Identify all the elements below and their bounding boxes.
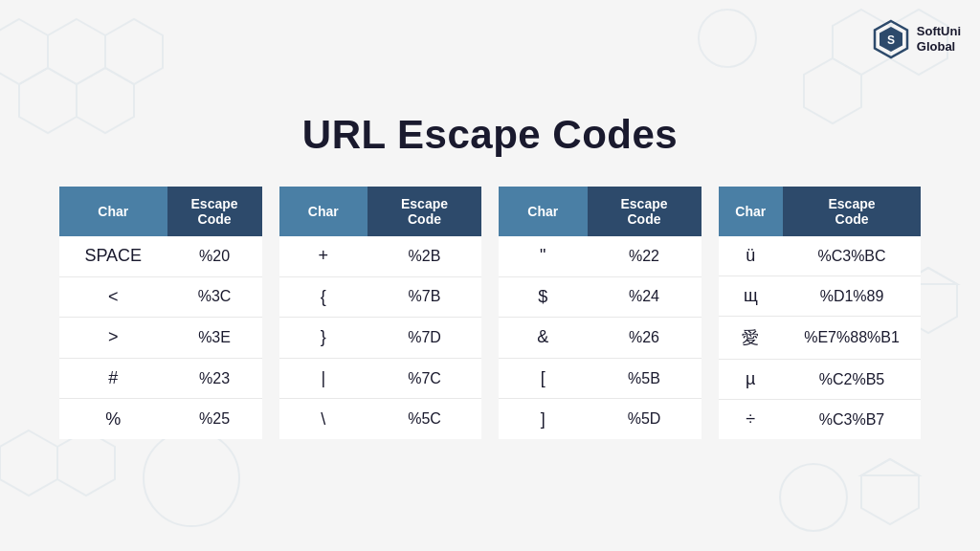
char-cell: <	[59, 276, 167, 318]
column-header-char: Char	[499, 187, 588, 236]
escape-code-cell: %23	[167, 358, 262, 399]
svg-marker-0	[48, 19, 105, 84]
char-cell: щ	[719, 276, 784, 317]
char-cell: ]	[499, 399, 588, 439]
escape-code-cell: %5B	[588, 358, 702, 399]
table-row: "%22	[499, 236, 702, 276]
column-header-escape-code: EscapeCode	[783, 187, 921, 236]
table-row: SPACE%20	[59, 236, 262, 276]
table-row: >%3E	[59, 318, 262, 359]
table-row: 愛%E7%88%B1	[719, 317, 922, 360]
table-row: %%25	[59, 399, 262, 439]
escape-code-cell: %3E	[167, 318, 262, 359]
escape-code-cell: %2B	[368, 236, 481, 276]
char-cell: ü	[719, 236, 784, 276]
main-container: URL Escape Codes CharEscapeCodeSPACE%20<…	[31, 93, 949, 458]
svg-marker-1	[105, 19, 163, 84]
column-header-char: Char	[279, 187, 368, 236]
char-cell: >	[59, 318, 167, 359]
char-cell: "	[499, 236, 588, 276]
svg-point-15	[780, 464, 847, 531]
escape-code-cell: %7B	[368, 276, 481, 318]
char-cell: \	[279, 399, 368, 439]
logo: S SoftUni Global	[871, 19, 961, 59]
char-cell: [	[499, 358, 588, 399]
table-row: \%5C	[279, 399, 482, 439]
table-row: ]%5D	[499, 399, 702, 439]
table-row: |%7C	[279, 358, 482, 399]
escape-code-cell: %26	[588, 318, 702, 359]
char-cell: {	[279, 276, 368, 318]
escape-code-cell: %20	[167, 236, 262, 276]
table-row: $%24	[499, 276, 702, 318]
char-cell: }	[279, 318, 368, 359]
table-row: <%3C	[59, 276, 262, 318]
escape-table-4: CharEscapeCodeü%C3%BCщ%D1%89愛%E7%88%B1µ%…	[719, 187, 922, 439]
tables-row: CharEscapeCodeSPACE%20<%3C>%3E#%23%%25Ch…	[59, 187, 921, 439]
char-cell: |	[279, 358, 368, 399]
char-cell: µ	[719, 360, 784, 400]
char-cell: $	[499, 276, 588, 318]
escape-code-cell: %3C	[167, 276, 262, 318]
escape-table-1: CharEscapeCodeSPACE%20<%3C>%3E#%23%%25	[59, 187, 262, 439]
char-cell: 愛	[719, 317, 784, 360]
char-cell: %	[59, 399, 167, 439]
escape-code-cell: %5D	[588, 399, 702, 439]
char-cell: #	[59, 358, 167, 399]
escape-table-2: CharEscapeCode+%2B{%7B}%7D|%7C\%5C	[279, 187, 482, 439]
escape-code-cell: %C2%B5	[783, 360, 921, 400]
column-header-escape-code: EscapeCode	[368, 187, 481, 236]
table-row: &%26	[499, 318, 702, 359]
column-header-char: Char	[719, 187, 784, 236]
escape-code-cell: %C3%B7	[783, 400, 921, 440]
table-row: #%23	[59, 358, 262, 399]
logo-text: SoftUni Global	[917, 24, 961, 54]
table-row: [%5B	[499, 358, 702, 399]
softuni-logo-icon: S	[871, 19, 911, 59]
table-row: ü%C3%BC	[719, 236, 922, 276]
svg-marker-10	[861, 459, 919, 524]
column-header-char: Char	[59, 187, 167, 236]
svg-marker-11	[861, 459, 919, 475]
char-cell: SPACE	[59, 236, 167, 276]
escape-code-cell: %D1%89	[783, 276, 921, 317]
column-header-escape-code: EscapeCode	[588, 187, 702, 236]
svg-marker-4	[0, 19, 48, 84]
table-row: }%7D	[279, 318, 482, 359]
escape-code-cell: %22	[588, 236, 702, 276]
escape-code-cell: %24	[588, 276, 702, 318]
svg-text:S: S	[887, 33, 895, 47]
escape-code-cell: %7C	[368, 358, 481, 399]
table-row: ÷%C3%B7	[719, 400, 922, 440]
table-row: {%7B	[279, 276, 482, 318]
svg-point-16	[699, 10, 756, 67]
char-cell: &	[499, 318, 588, 359]
escape-code-cell: %E7%88%B1	[783, 317, 921, 360]
escape-code-cell: %7D	[368, 318, 481, 359]
char-cell: ÷	[719, 400, 784, 440]
escape-table-3: CharEscapeCode"%22$%24&%26[%5B]%5D	[499, 187, 702, 439]
escape-code-cell: %C3%BC	[783, 236, 921, 276]
column-header-escape-code: EscapeCode	[167, 187, 262, 236]
table-row: +%2B	[279, 236, 482, 276]
escape-code-cell: %5C	[368, 399, 481, 439]
page-title: URL Escape Codes	[59, 112, 921, 158]
escape-code-cell: %25	[167, 399, 262, 439]
char-cell: +	[279, 236, 368, 276]
table-row: µ%C2%B5	[719, 360, 922, 400]
table-row: щ%D1%89	[719, 276, 922, 317]
